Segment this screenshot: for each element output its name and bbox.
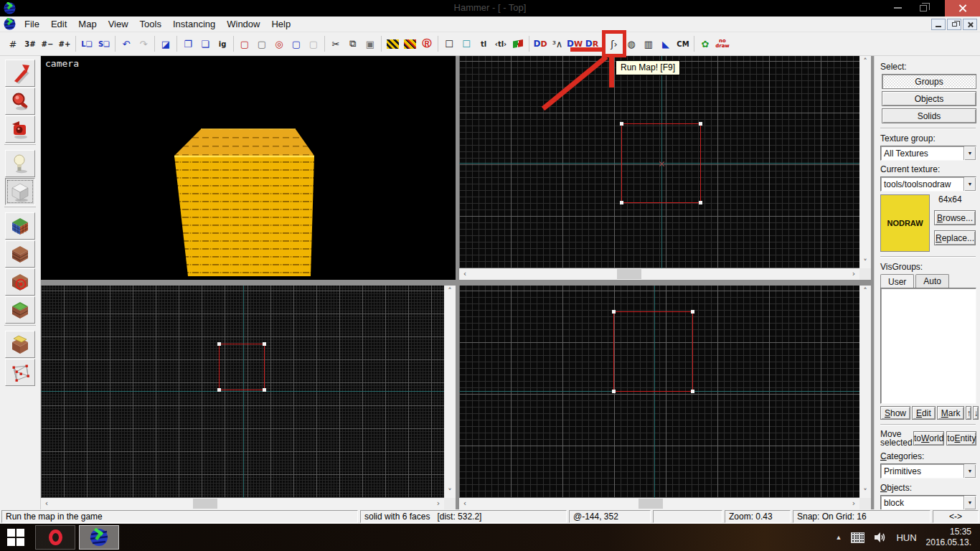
hide-unselected-button[interactable]: ▢ xyxy=(253,34,270,53)
larger-grid-button[interactable]: #+ xyxy=(56,34,73,53)
cordon-state-button[interactable] xyxy=(384,34,401,53)
chevron-down-icon[interactable] xyxy=(963,177,976,191)
taskbar-opera-button[interactable] xyxy=(35,525,75,550)
carve-button[interactable]: ◪ xyxy=(157,34,174,53)
mark-button[interactable]: Mark xyxy=(937,406,965,420)
menu-map[interactable]: Map xyxy=(72,17,102,32)
nodraw-brush-3d[interactable] xyxy=(41,56,456,280)
move-down-button[interactable]: ↓ xyxy=(973,406,979,420)
unhide-all-button[interactable]: ◎ xyxy=(270,34,288,53)
texture-preview-swatch[interactable]: NODRAW xyxy=(880,194,930,252)
viewport-2d-side[interactable]: ˄ ˅ ‹ › xyxy=(459,286,871,509)
radius-culling-button[interactable]: Ⓡ xyxy=(418,34,435,53)
scroll-right-icon[interactable]: › xyxy=(848,498,859,509)
selection-handle[interactable] xyxy=(217,342,221,346)
fade-preview-button[interactable]: ◣ xyxy=(657,34,674,53)
vertical-scrollbar[interactable]: ˄ ˅ xyxy=(859,56,871,268)
viewport-2d-top[interactable]: ˄ ˅ ‹ › xyxy=(459,56,871,280)
scroll-down-icon[interactable]: ˅ xyxy=(859,257,871,268)
magnify-selection-button[interactable]: ☐ xyxy=(458,34,475,53)
flip-faces-button[interactable] xyxy=(509,34,527,53)
select-solids-button[interactable]: Solids xyxy=(882,108,976,123)
selection-handle[interactable] xyxy=(620,201,623,204)
block-tool-button[interactable] xyxy=(5,178,35,205)
scroll-up-icon[interactable]: ˄ xyxy=(859,56,871,67)
selection-box[interactable] xyxy=(219,344,265,390)
viewport-2d-front[interactable]: ˄ ˅ ‹ › xyxy=(41,286,456,509)
vertical-scrollbar[interactable]: ˄ ˅ xyxy=(444,286,456,498)
categories-dropdown[interactable]: Primitives xyxy=(880,463,976,479)
toggle-grid-button[interactable]: # xyxy=(4,34,22,53)
selection-handle[interactable] xyxy=(691,390,694,393)
current-texture-dropdown[interactable]: tools/toolsnodraw xyxy=(880,176,976,192)
vertex-tool-button[interactable] xyxy=(5,359,35,386)
show-hidden-icons-chevron[interactable]: ▲ xyxy=(836,534,842,541)
taskbar-hammer-button[interactable] xyxy=(79,525,119,550)
selection-handle[interactable] xyxy=(691,310,694,314)
foliage-button[interactable]: ✿ xyxy=(697,34,714,53)
displacement-mask-button[interactable]: ▥ xyxy=(640,34,657,53)
decal-tool-button[interactable] xyxy=(5,268,35,296)
no-draw-button[interactable]: no draw xyxy=(714,34,731,53)
chevron-down-icon[interactable] xyxy=(963,496,976,509)
selection-handle[interactable] xyxy=(620,122,623,126)
paste-button[interactable]: ▣ xyxy=(362,34,379,53)
ignore-groups-button[interactable]: ig xyxy=(214,34,231,53)
overlay-tool-button[interactable] xyxy=(5,296,35,324)
start-button[interactable] xyxy=(0,524,32,551)
hide-selected-button[interactable]: ▢ xyxy=(236,34,253,53)
selection-handle[interactable] xyxy=(612,390,616,393)
scroll-up-icon[interactable]: ˄ xyxy=(859,286,871,297)
texture-lock-button[interactable]: tl xyxy=(475,34,492,53)
tab-user[interactable]: User xyxy=(880,274,914,288)
menu-instancing[interactable]: Instancing xyxy=(167,17,221,32)
to-entity-button[interactable]: toEntity xyxy=(946,431,976,446)
scroll-down-icon[interactable]: ˅ xyxy=(859,486,871,498)
ungroup-button[interactable]: ❏ xyxy=(197,34,214,53)
menu-view[interactable]: View xyxy=(103,17,134,32)
load-window-state-button[interactable]: L❏ xyxy=(78,34,95,53)
horizontal-scrollbar[interactable]: ‹ › xyxy=(459,498,859,509)
menu-help[interactable]: Help xyxy=(265,17,296,32)
mdi-close-button[interactable] xyxy=(963,19,977,30)
scrollbar-thumb[interactable] xyxy=(617,269,641,279)
toggle-3d-grid-button[interactable]: 3# xyxy=(22,34,39,53)
chevron-down-icon[interactable] xyxy=(963,146,976,160)
grid-canvas-side[interactable] xyxy=(459,286,859,498)
texture-group-dropdown[interactable]: All Textures xyxy=(880,146,976,161)
select-groups-button[interactable]: Groups xyxy=(882,74,976,89)
window-close-button[interactable] xyxy=(945,0,980,17)
edit-button[interactable]: Edit xyxy=(912,406,936,420)
magnify-tool-button[interactable] xyxy=(5,88,35,115)
objects-dropdown[interactable]: block xyxy=(880,495,976,510)
selection-handle[interactable] xyxy=(263,342,266,346)
scroll-up-icon[interactable]: ˄ xyxy=(444,286,456,297)
menu-tools[interactable]: Tools xyxy=(134,17,167,32)
mdi-restore-button[interactable] xyxy=(947,19,961,30)
selection-handle[interactable] xyxy=(699,201,702,204)
texture-application-tool-button[interactable] xyxy=(5,212,35,240)
scrollbar-thumb[interactable] xyxy=(193,499,217,509)
viewport-3d-camera[interactable]: camera xyxy=(41,56,456,280)
touch-keyboard-icon[interactable] xyxy=(851,532,864,543)
texture-scale-lock-button[interactable]: ‹tl› xyxy=(492,34,509,53)
selection-handle[interactable] xyxy=(263,388,266,392)
browse-button[interactable]: Browse... xyxy=(934,210,976,225)
mdi-minimize-button[interactable] xyxy=(931,19,946,30)
select-objects-button[interactable]: Objects xyxy=(882,91,976,106)
apply-texture-tool-button[interactable] xyxy=(5,240,35,268)
visgroups-listbox[interactable] xyxy=(880,288,976,404)
language-indicator[interactable]: HUN xyxy=(896,532,916,543)
edit-cordon-button[interactable]: ▢ xyxy=(305,34,322,53)
scroll-right-icon[interactable]: › xyxy=(848,268,859,280)
chevron-down-icon[interactable] xyxy=(963,464,976,478)
group-button[interactable]: ❐ xyxy=(179,34,197,53)
entity-tool-button[interactable] xyxy=(5,150,35,177)
toggle-cordon-button[interactable]: ▢ xyxy=(288,34,305,53)
scroll-left-icon[interactable]: ‹ xyxy=(459,268,471,280)
model-fade-preview-button[interactable]: CM xyxy=(674,34,692,53)
speaker-icon[interactable] xyxy=(874,532,887,543)
scroll-right-icon[interactable]: › xyxy=(433,498,444,509)
camera-canvas[interactable]: camera xyxy=(41,56,456,280)
window-minimize-button[interactable] xyxy=(887,0,908,16)
